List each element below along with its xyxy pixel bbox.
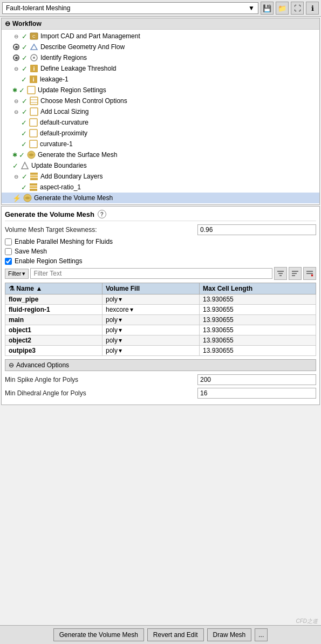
td-fill-2[interactable]: poly▾ — [103, 315, 200, 325]
dihedral-input[interactable] — [197, 388, 316, 399]
boundary-icon — [20, 161, 30, 170]
collapse-icon[interactable]: ⊖ — [12, 97, 20, 105]
svg-rect-21 — [30, 178, 38, 180]
layers-icon — [29, 172, 39, 181]
generate-volume-button[interactable]: Generate the Volume Mesh — [53, 628, 144, 641]
workflow-collapse-btn[interactable]: ⊖ — [5, 20, 10, 28]
star-check-icon: ✱ — [12, 87, 17, 94]
surface-mesh-icon — [26, 150, 36, 159]
table-row: outpipe3 poly▾ 13.930655 — [5, 346, 316, 356]
filter-button[interactable]: Filter ▾ — [5, 269, 29, 279]
check-icon: ✓ — [19, 86, 25, 94]
wf-label: Update Boundaries — [31, 162, 87, 169]
maximize-icon-btn[interactable]: ⛶ — [291, 2, 304, 15]
wf-item-define-leakage[interactable]: ⊖ ✓ i Define Leakage Threshold — [2, 63, 319, 74]
workflow-list: ⊖ ✓ C Import CAD and Part Management ✓ D… — [2, 30, 319, 204]
more-options-button[interactable]: ... — [255, 628, 268, 641]
svg-rect-9 — [28, 86, 35, 94]
th-max-label: Max Cell Length — [203, 285, 252, 292]
wf-label: aspect-ratio_1 — [40, 183, 81, 191]
skewness-row: Volume Mesh Target Skewness: — [5, 224, 316, 235]
wf-item-add-boundary[interactable]: ⊖ ✓ Add Boundary Layers — [2, 171, 319, 182]
wf-item-identify-regions[interactable]: ✓ Identify Regions — [2, 52, 319, 63]
info-icon-btn[interactable]: ℹ — [306, 2, 319, 15]
bottom-action-bar: Generate the Volume Mesh Revert and Edit… — [0, 625, 321, 644]
workflow-dropdown[interactable]: Fault-tolerant Meshing ▼ — [2, 2, 258, 14]
parallel-checkbox[interactable] — [5, 238, 12, 245]
folder-icon-btn[interactable]: 📁 — [276, 2, 289, 15]
save-mesh-row: Save Mesh — [5, 248, 316, 255]
wf-item-gen-volume[interactable]: ⚡ Generate the Volume Mesh — [2, 193, 319, 203]
collapse-icon[interactable] — [12, 54, 20, 61]
sort-icon: ▲ — [36, 285, 42, 292]
collapse-icon[interactable] — [12, 43, 20, 51]
wf-item-default-prox[interactable]: ✓ default-proximity — [2, 128, 319, 139]
advanced-options-header[interactable]: ⊖ Advanced Options — [5, 359, 316, 371]
draw-mesh-button[interactable]: Draw Mesh — [207, 628, 252, 641]
collapse-icon[interactable]: ⊖ — [12, 173, 20, 180]
wf-item-add-local[interactable]: ⊖ ✓ Add Local Sizing — [2, 106, 319, 117]
save-mesh-checkbox[interactable] — [5, 248, 12, 255]
svg-rect-16 — [30, 140, 37, 148]
help-icon-btn[interactable]: ? — [98, 210, 106, 218]
filter-input[interactable] — [30, 268, 272, 279]
wf-item-default-curv[interactable]: ✓ default-curvature — [2, 117, 319, 128]
wf-item-leakage-1[interactable]: ✓ i leakage-1 — [2, 74, 319, 85]
workflow-title: Workflow — [12, 20, 42, 28]
svg-rect-13 — [30, 108, 38, 115]
wf-item-describe-geom[interactable]: ✓ Describe Geometry And Flow — [2, 42, 319, 52]
collapse-icon[interactable]: ⊖ — [12, 108, 20, 115]
collapse-icon[interactable]: ⊖ — [12, 65, 20, 72]
wf-label: Identify Regions — [40, 54, 87, 61]
svg-rect-23 — [30, 186, 37, 188]
wf-item-gen-surface[interactable]: ✱ ✓ Generate the Surface Mesh — [2, 149, 319, 160]
enable-region-checkbox[interactable] — [5, 258, 12, 265]
td-name-4: object2 — [5, 335, 103, 346]
check-icon: ✓ — [22, 108, 28, 116]
save-icon-btn[interactable]: 💾 — [261, 2, 274, 15]
table-row: object2 poly▾ 13.930655 — [5, 335, 316, 346]
settings-panel: Generate the Volume Mesh ? Volume Mesh T… — [1, 206, 320, 405]
th-volume-fill[interactable]: Volume Fill — [103, 283, 200, 294]
td-fill-0[interactable]: poly▾ — [103, 294, 200, 305]
check-icon: ✓ — [21, 183, 27, 191]
wf-item-choose-mesh[interactable]: ⊖ ✓ Choose Mesh Control Options — [2, 95, 319, 106]
td-len-4: 13.930655 — [200, 335, 316, 346]
wf-item-curvature-1[interactable]: ✓ curvature-1 — [2, 139, 319, 149]
td-fill-4[interactable]: poly▾ — [103, 335, 200, 346]
td-fill-1[interactable]: hexcore▾ — [103, 305, 200, 315]
spike-input[interactable] — [197, 374, 316, 385]
wf-label: Add Boundary Layers — [40, 173, 103, 180]
td-fill-3[interactable]: poly▾ — [103, 325, 200, 335]
list-sort-icon-btn[interactable] — [289, 267, 302, 280]
td-fill-5[interactable]: poly▾ — [103, 346, 200, 356]
th-fill-label: Volume Fill — [106, 285, 140, 292]
check-icon: ✓ — [21, 76, 27, 84]
check-icon: ✓ — [21, 129, 27, 138]
filter-funnel-icon: ⚗ — [9, 285, 15, 292]
workflow-dropdown-label: Fault-tolerant Meshing — [6, 4, 70, 12]
wf-item-update-bounds[interactable]: ✓ Update Boundaries — [2, 160, 319, 171]
wf-item-update-region[interactable]: ✱ ✓ Update Region Settings — [2, 85, 319, 95]
filter-dropdown-arrow: ▾ — [22, 270, 25, 277]
svg-text:i: i — [32, 76, 34, 83]
td-len-2: 13.930655 — [200, 315, 316, 325]
wf-label: Add Local Sizing — [40, 108, 88, 115]
svg-rect-15 — [30, 129, 37, 137]
svg-rect-20 — [30, 175, 38, 177]
top-bar: Fault-tolerant Meshing ▼ 💾 📁 ⛶ ℹ — [0, 0, 321, 17]
collapse-icon[interactable]: ⊖ — [12, 32, 20, 40]
table-header-row: ⚗ Name ▲ Volume Fill Max Cell Length — [5, 283, 316, 294]
revert-edit-button[interactable]: Revert and Edit — [147, 628, 204, 641]
list-clear-icon-btn[interactable] — [303, 267, 316, 280]
svg-rect-14 — [30, 119, 37, 126]
wf-item-aspect-ratio[interactable]: ✓ aspect-ratio_1 — [2, 182, 319, 193]
advanced-collapse-icon: ⊖ — [9, 361, 14, 369]
wf-item-import-cad[interactable]: ⊖ ✓ C Import CAD and Part Management — [2, 31, 319, 42]
wf-label: Update Region Settings — [38, 86, 106, 94]
th-max-cell[interactable]: Max Cell Length — [200, 283, 316, 294]
skewness-input[interactable] — [197, 224, 316, 235]
list-filter-icon-btn[interactable] — [274, 267, 287, 280]
volume-mesh-table: ⚗ Name ▲ Volume Fill Max Cell Length flo… — [5, 283, 316, 356]
th-name[interactable]: ⚗ Name ▲ — [5, 283, 103, 294]
